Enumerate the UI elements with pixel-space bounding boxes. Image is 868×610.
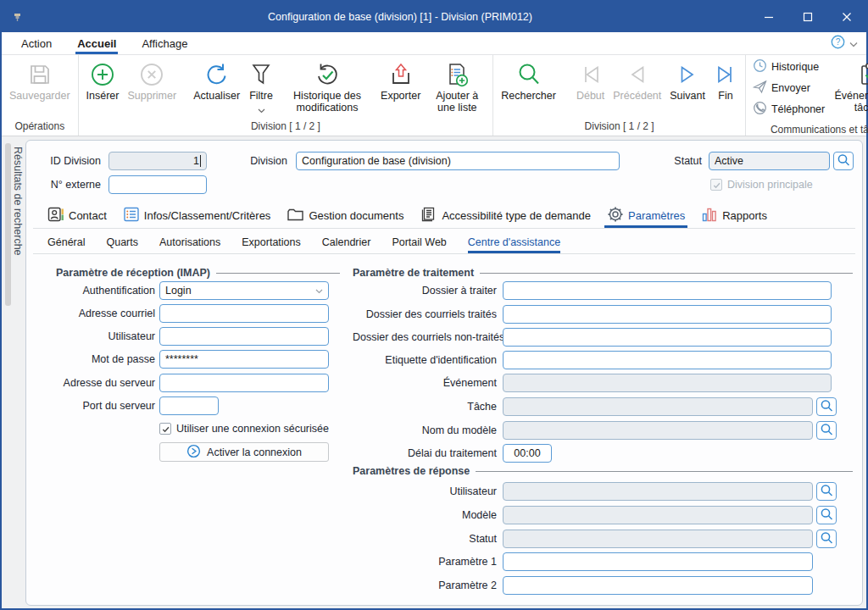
port-serveur-field[interactable] (159, 396, 219, 415)
main-area: Résultats de recherche ID Division 1 N° … (2, 136, 866, 608)
activer-connexion-button[interactable]: Activer la connexion (159, 442, 329, 462)
subtab-centre-assistance[interactable]: Centre d'assistance (468, 233, 560, 253)
text-cursor (200, 155, 201, 167)
evenement-field (503, 374, 832, 392)
menu-action[interactable]: Action (8, 32, 64, 54)
filter-button[interactable]: Filtre (244, 57, 278, 117)
tab-parametres[interactable]: Paramètres (607, 202, 685, 228)
previous-button[interactable]: Précédent (609, 57, 665, 102)
mot-de-passe-label: Mot de passe (39, 350, 155, 369)
etiquette-label: Etiquette d'identification (353, 351, 497, 369)
folder-icon (287, 206, 304, 225)
search-lookup-icon (819, 530, 834, 548)
search-lookup-icon (819, 422, 834, 440)
search-button[interactable]: Rechercher (497, 57, 560, 102)
imap-utilisateur-label: Utilisateur (39, 327, 155, 346)
comm-history-icon (753, 58, 767, 75)
search-results-panel-tab[interactable]: Résultats de recherche (2, 140, 25, 608)
subtab-calendrier[interactable]: Calendrier (322, 233, 371, 253)
delai-traitement-field[interactable] (503, 444, 552, 463)
filter-icon (248, 59, 274, 90)
panel-grip[interactable] (5, 143, 11, 306)
dossier-a-traiter-field[interactable] (503, 281, 832, 300)
subtab-autorisations[interactable]: Autorisations (159, 233, 220, 253)
next-button[interactable]: Suivant (665, 57, 709, 102)
authentification-select[interactable]: Login (159, 281, 329, 300)
nom-modele-lookup-button[interactable] (816, 421, 837, 440)
search-icon (516, 59, 542, 90)
tache-field (503, 397, 813, 416)
app-window: Configuration de base (division) [1] - D… (0, 0, 868, 610)
delete-button[interactable]: Supprimer (123, 57, 181, 102)
phone-button[interactable]: Téléphoner (753, 101, 825, 118)
ribbon-collapse-chevron-icon[interactable] (849, 36, 858, 51)
menu-affichage[interactable]: Affichage (129, 32, 200, 54)
imap-section-legend: Paramètre de réception (IMAP) (56, 266, 340, 280)
send-icon (753, 80, 767, 97)
app-icon (12, 12, 23, 23)
no-externe-field[interactable] (108, 175, 207, 194)
subtab-quarts[interactable]: Quarts (106, 233, 138, 253)
tab-contact[interactable]: Contact (47, 202, 107, 228)
tab-accessibilite-type-demande[interactable]: Accessibilité type de demande (420, 202, 591, 228)
reponse-statut-label: Statut (353, 530, 497, 548)
history-button[interactable]: Historique (753, 58, 825, 75)
adresse-serveur-field[interactable] (159, 374, 329, 392)
first-icon (579, 59, 603, 90)
subtab-general[interactable]: Général (47, 233, 85, 253)
dossier-non-traites-field[interactable] (503, 328, 832, 347)
dossier-traites-label: Dossier des courriels traités (353, 305, 497, 324)
save-button[interactable]: Sauvegarder (5, 57, 75, 102)
connexion-securisee-checkbox[interactable]: Utiliser une connexion sécurisée (159, 422, 329, 435)
maximize-button[interactable] (788, 2, 827, 32)
tab-gestion-documents[interactable]: Gestion documents (287, 202, 403, 228)
tab-rapports[interactable]: Rapports (701, 202, 767, 228)
division-field[interactable] (296, 152, 620, 170)
refresh-button[interactable]: Actualiser (189, 57, 244, 102)
chevron-down-icon (258, 102, 265, 117)
tab-strip: Contact Infos/Classement/Critères Gestio… (47, 202, 767, 228)
id-division-field[interactable]: 1 (108, 152, 207, 170)
dossier-traites-field[interactable] (503, 305, 832, 324)
reponse-statut-lookup-button[interactable] (816, 530, 837, 548)
events-tasks-icon (857, 59, 868, 90)
dossier-non-traites-label: Dossier des courriels non-traités (353, 328, 497, 347)
parametre2-field[interactable] (503, 576, 813, 595)
close-button[interactable] (827, 2, 866, 32)
etiquette-field[interactable] (503, 351, 832, 369)
history-check-icon (314, 59, 340, 90)
subtab-portail-web[interactable]: Portail Web (392, 233, 446, 253)
statut-field[interactable] (709, 152, 830, 170)
port-serveur-label: Port du serveur (39, 396, 155, 415)
reponse-utilisateur-field (503, 482, 813, 501)
minimize-button[interactable] (749, 2, 788, 32)
documents-icon (420, 206, 437, 225)
add-to-list-button[interactable]: Ajouter à une liste (425, 57, 489, 114)
send-button[interactable]: Envoyer (753, 80, 825, 97)
reponse-modele-lookup-button[interactable] (816, 506, 837, 524)
imap-utilisateur-field[interactable] (159, 327, 329, 346)
subtab-exportations[interactable]: Exportations (242, 233, 300, 253)
insert-button[interactable]: Insérer (82, 57, 124, 102)
parametre1-field[interactable] (503, 552, 813, 571)
search-lookup-icon (819, 507, 834, 524)
export-button[interactable]: Exporter (376, 57, 425, 102)
first-button[interactable]: Début (572, 57, 609, 102)
subtab-strip: Général Quarts Autorisations Exportation… (47, 233, 560, 253)
statut-lookup-button[interactable] (833, 152, 854, 170)
parametre1-label: Paramètre 1 (353, 552, 497, 571)
help-icon[interactable]: ? (831, 35, 845, 53)
last-button[interactable]: Fin (709, 57, 742, 102)
reponse-utilisateur-lookup-button[interactable] (816, 482, 837, 501)
menu-accueil[interactable]: Accueil (64, 32, 129, 54)
contact-icon (47, 206, 64, 225)
division-principale-checkbox[interactable]: Division principale (710, 178, 813, 191)
events-tasks-button[interactable]: Événements et tâches (828, 57, 868, 114)
mot-de-passe-field[interactable] (159, 350, 329, 369)
tache-lookup-button[interactable] (816, 397, 837, 416)
adresse-courriel-field[interactable] (159, 304, 329, 323)
reponse-modele-label: Modèle (353, 506, 497, 524)
modification-history-button[interactable]: Historique des modifications (278, 57, 376, 114)
tab-infos-classement-criteres[interactable]: Infos/Classement/Critères (123, 202, 271, 228)
export-icon (388, 59, 414, 90)
